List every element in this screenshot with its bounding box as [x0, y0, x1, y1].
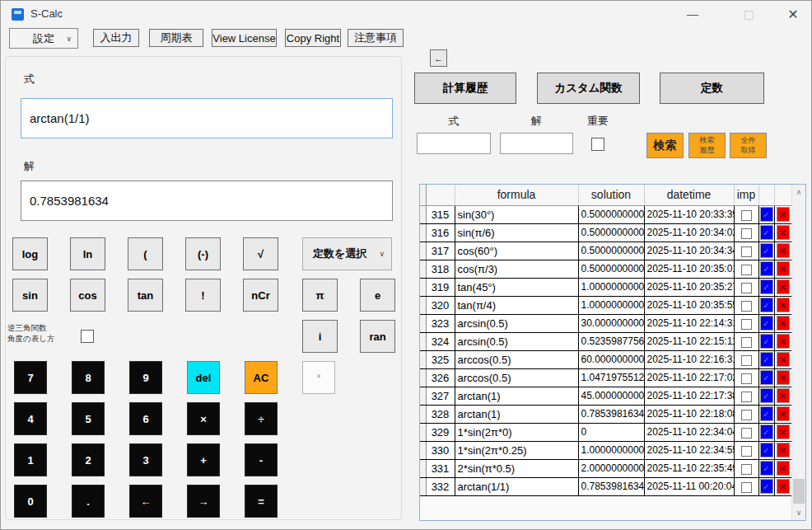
table-row[interactable]: 323arcsin(0.5)30.00000000002025-11-10 22…	[420, 314, 791, 332]
cell-check[interactable]: ✓	[758, 314, 774, 332]
imp-checkbox[interactable]	[741, 392, 752, 402]
row-check-button[interactable]: ✓	[760, 279, 773, 294]
cell-datetime[interactable]: 2025-11-10 22:16:31	[644, 350, 734, 368]
fn-key-![interactable]: !	[185, 279, 221, 312]
solution-output[interactable]	[21, 181, 393, 221]
keypad-key-7[interactable]: 7	[14, 361, 47, 394]
periodic-table-button[interactable]: 周期表	[149, 29, 203, 47]
cell-imp[interactable]	[734, 387, 758, 405]
settings-combobox[interactable]: 設定 ∨	[9, 28, 78, 49]
search-formula-input[interactable]	[417, 133, 491, 154]
row-check-button[interactable]: ✓	[760, 298, 773, 312]
cell-solution[interactable]: 0.5000000000	[578, 260, 644, 278]
cell-delete[interactable]: ✕	[774, 387, 791, 405]
table-row[interactable]: 317cos(60°)0.50000000002025-11-10 20:34:…	[420, 242, 791, 260]
cell-solution[interactable]: 1.0000000000	[578, 278, 644, 296]
row-check-button[interactable]: ✓	[760, 243, 773, 258]
cell-solution[interactable]: 1.0471975512	[578, 368, 644, 387]
keypad-key-°[interactable]: °	[302, 361, 335, 394]
row-check-button[interactable]: ✓	[760, 316, 773, 331]
fn-key-ran[interactable]: ran	[360, 320, 395, 353]
cell-formula[interactable]: arccos(0.5)	[455, 350, 578, 368]
cell-row-num[interactable]: 327	[426, 387, 455, 405]
cell-delete[interactable]: ✕	[774, 405, 791, 423]
io-button[interactable]: 入出力	[93, 29, 139, 47]
fn-key-i[interactable]: i	[302, 320, 338, 353]
row-delete-button[interactable]: ✕	[777, 443, 790, 457]
table-row[interactable]: 328arctan(1)0.78539816342025-11-10 22:18…	[420, 405, 791, 423]
table-row[interactable]: 3301*sin(2π*0.25)1.00000000002025-11-10 …	[420, 441, 791, 459]
cell-check[interactable]: ✓	[758, 278, 774, 296]
keypad-key--[interactable]: -	[245, 443, 278, 476]
cell-check[interactable]: ✓	[758, 423, 774, 441]
fn-key-([interactable]: (	[128, 237, 163, 270]
cell-row-num[interactable]: 331	[426, 459, 455, 477]
row-delete-button[interactable]: ✕	[777, 461, 790, 476]
keypad-key-÷[interactable]: ÷	[245, 402, 278, 435]
row-delete-button[interactable]: ✕	[777, 261, 790, 276]
cell-imp[interactable]	[734, 296, 758, 314]
keypad-key-→[interactable]: →	[187, 485, 220, 518]
row-delete-button[interactable]: ✕	[777, 279, 790, 294]
cell-row-num[interactable]: 317	[426, 242, 455, 260]
cell-delete[interactable]: ✕	[774, 314, 791, 332]
cell-check[interactable]: ✓	[758, 223, 774, 242]
fn-key-tan[interactable]: tan	[128, 279, 163, 312]
keypad-key-+[interactable]: +	[187, 443, 220, 476]
keypad-key-5[interactable]: 5	[72, 402, 105, 435]
row-check-button[interactable]: ✓	[760, 207, 773, 222]
cell-imp[interactable]	[734, 405, 758, 423]
cell-delete[interactable]: ✕	[774, 477, 791, 495]
row-check-button[interactable]: ✓	[760, 225, 773, 240]
keypad-key-8[interactable]: 8	[72, 361, 105, 394]
table-row[interactable]: 315sin(30°)0.50000000002025-11-10 20:33:…	[420, 205, 791, 223]
row-delete-button[interactable]: ✕	[777, 207, 790, 222]
header-imp[interactable]: imp	[734, 185, 758, 205]
notes-button[interactable]: 注意事項	[348, 29, 404, 47]
maximize-button[interactable]: ▢	[730, 1, 768, 27]
cell-imp[interactable]	[734, 278, 758, 296]
row-delete-button[interactable]: ✕	[777, 243, 790, 258]
keypad-key-1[interactable]: 1	[14, 443, 47, 476]
cell-datetime[interactable]: 2025-11-10 22:17:38	[644, 387, 734, 405]
row-check-button[interactable]: ✓	[760, 261, 773, 276]
cell-formula[interactable]: 1*sin(2π*0.25)	[455, 441, 578, 459]
cell-row-num[interactable]: 330	[426, 441, 455, 459]
row-delete-button[interactable]: ✕	[777, 424, 790, 439]
cell-formula[interactable]: tan(45°)	[455, 278, 578, 296]
cell-datetime[interactable]: 2025-11-10 22:17:02	[644, 368, 734, 387]
inverse-trig-checkbox[interactable]	[81, 330, 94, 343]
cell-datetime[interactable]: 2025-11-11 00:20:04	[644, 477, 734, 495]
cell-check[interactable]: ✓	[758, 387, 774, 405]
cell-datetime[interactable]: 2025-11-10 22:15:11	[644, 332, 734, 350]
cell-row-num[interactable]: 324	[426, 332, 455, 350]
keypad-key-9[interactable]: 9	[129, 361, 162, 394]
cell-solution[interactable]: 2.0000000000	[578, 459, 644, 477]
constants-button[interactable]: 定数	[660, 73, 764, 104]
cell-solution[interactable]: 30.0000000000	[578, 314, 644, 332]
cell-check[interactable]: ✓	[758, 368, 774, 387]
keypad-key-←[interactable]: ←	[129, 485, 162, 518]
cell-row-num[interactable]: 320	[426, 296, 455, 314]
row-delete-button[interactable]: ✕	[777, 298, 790, 312]
table-row[interactable]: 318cos(π/3)0.50000000002025-11-10 20:35:…	[420, 260, 791, 278]
minimize-button[interactable]: —	[674, 1, 712, 27]
fn-key-e[interactable]: e	[360, 279, 395, 312]
cell-check[interactable]: ✓	[758, 205, 774, 223]
cell-formula[interactable]: arcsin(0.5)	[455, 314, 578, 332]
cell-solution[interactable]: 45.0000000000	[578, 387, 644, 405]
cell-imp[interactable]	[734, 314, 758, 332]
cell-delete[interactable]: ✕	[774, 441, 791, 459]
search-button[interactable]: 検索	[646, 133, 684, 158]
cell-delete[interactable]: ✕	[774, 296, 791, 314]
table-row[interactable]: 316sin(π/6)0.50000000002025-11-10 20:34:…	[420, 223, 791, 242]
search-history-button[interactable]: 検索 履歴	[688, 133, 726, 158]
cell-formula[interactable]: arctan(1)	[455, 405, 578, 423]
cell-formula[interactable]: sin(30°)	[455, 205, 578, 223]
cell-check[interactable]: ✓	[758, 477, 774, 495]
row-check-button[interactable]: ✓	[760, 370, 773, 385]
cell-imp[interactable]	[734, 242, 758, 260]
imp-checkbox[interactable]	[741, 265, 752, 275]
imp-checkbox[interactable]	[741, 482, 752, 493]
cell-formula[interactable]: sin(π/6)	[455, 223, 578, 242]
